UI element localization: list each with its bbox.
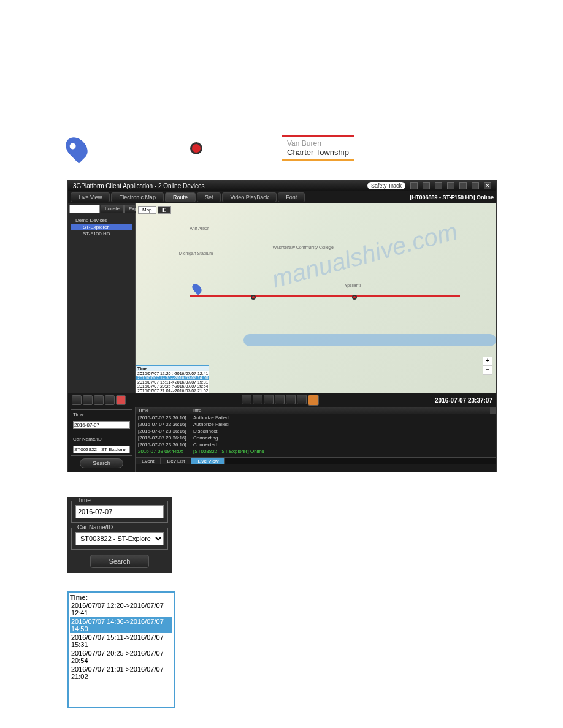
sidebar: Locate Expand Demo Devices ST-Explorer S… xyxy=(68,203,136,393)
tab-route[interactable]: Route xyxy=(165,192,196,202)
bottom-panel: Time Car Name/ID Search Time Info [2016-… xyxy=(68,407,496,472)
map-type-button[interactable]: Map xyxy=(138,206,156,214)
log-row: 2016-07-08 09:43:42[HT006889 - ST-F150 H… xyxy=(136,455,496,457)
tree-root[interactable]: Demo Devices xyxy=(71,217,132,224)
car-select-detail[interactable]: ST003822 - ST-Explorer xyxy=(75,532,164,545)
icon-examples-row: Van Buren Charter Township xyxy=(67,135,496,161)
log-row: [2016-07-07 23:36:16]Authorize Failed xyxy=(136,421,496,428)
tool-button[interactable] xyxy=(264,395,274,404)
time-segments-detail: Time: 2016/07/07 12:20->2016/07/07 12:41… xyxy=(67,591,175,708)
device-status: [HT006889 - ST-F150 HD] Online xyxy=(410,194,494,200)
time-segment-row[interactable]: 2016/07/07 20:25->2016/07/07 20:54 xyxy=(70,649,172,665)
scrollbar[interactable] xyxy=(490,407,496,414)
safety-badge: Safety Track xyxy=(367,182,405,189)
close-icon[interactable]: ✕ xyxy=(484,182,491,189)
app-title: 3GPlatform Client Application - 2 Online… xyxy=(73,183,205,189)
route-line xyxy=(190,295,460,297)
car-field-group: Car Name/ID xyxy=(71,434,132,456)
zoom-out-button[interactable]: − xyxy=(483,366,492,374)
main-tabs: Live View Electronic Map Route Set Video… xyxy=(68,191,496,203)
time-segment-row[interactable]: 2016/07/07 15:11->2016/07/07 15:31 xyxy=(70,633,172,649)
log-row: [2016-07-07 23:36:16]Connecting xyxy=(136,434,496,441)
tool-button[interactable] xyxy=(242,395,251,404)
tool-button[interactable] xyxy=(116,395,126,405)
log-row: 2016-07-08 09:44:05[ST003822 - ST-Explor… xyxy=(136,448,496,455)
log-row: [2016-07-07 23:36:16]Disconnect xyxy=(136,428,496,434)
window-button[interactable] xyxy=(435,182,442,189)
tab-videoplayback[interactable]: Video PlayBack xyxy=(222,192,277,202)
zoom-in-button[interactable]: + xyxy=(483,357,492,366)
route-point-icon xyxy=(104,142,202,154)
time-input-detail[interactable] xyxy=(75,505,164,518)
time-segment[interactable]: 2016/07/07 12:20->2016/07/07 12:41 xyxy=(136,371,209,376)
locate-button[interactable]: Locate xyxy=(101,205,124,213)
tab-liveview[interactable]: Live View xyxy=(71,192,110,202)
tool-button[interactable] xyxy=(253,395,262,404)
window-button[interactable] xyxy=(423,182,430,189)
log-tab-event[interactable]: Event xyxy=(136,458,161,464)
log-header-time: Time xyxy=(136,407,191,414)
minimize-icon[interactable] xyxy=(459,182,467,189)
log-header-info: Info xyxy=(191,407,490,414)
log-row: [2016-07-07 23:36:16]Authorize Failed xyxy=(136,414,496,421)
township-line1: Van Buren xyxy=(287,139,349,148)
playback-toolbar: 2016-07-07 23:37:07 xyxy=(68,393,496,407)
maximize-icon[interactable] xyxy=(472,182,479,189)
time-segment[interactable]: 2016/07/07 20:25->2016/07/07 20:54 xyxy=(136,384,209,389)
tab-electronicmap[interactable]: Electronic Map xyxy=(111,192,164,202)
play-button[interactable] xyxy=(308,395,319,406)
map-area[interactable]: Map ◧ Ann Arbor Ypsilanti Michigan Stadi… xyxy=(136,203,496,393)
tab-set[interactable]: Set xyxy=(197,192,221,202)
time-field-group: Time xyxy=(71,409,132,431)
log-tab-liveview[interactable]: Live View xyxy=(191,458,225,464)
tree-device-f150[interactable]: ST-F150 HD xyxy=(71,230,132,237)
time-popup-header: Time: xyxy=(136,366,209,371)
log-area: Time Info [2016-07-07 23:36:16]Authorize… xyxy=(136,407,496,472)
map-start-pin-icon xyxy=(190,282,203,295)
window-button[interactable] xyxy=(447,182,454,189)
time-list-header: Time: xyxy=(70,594,172,601)
device-tree: Demo Devices ST-Explorer ST-F150 HD xyxy=(68,214,135,240)
tool-button[interactable] xyxy=(83,395,93,405)
map-river xyxy=(243,334,496,346)
watermark: manualshive.com xyxy=(269,217,460,293)
rewind-button[interactable] xyxy=(297,395,307,404)
time-segment-row[interactable]: 2016/07/07 14:36->2016/07/07 14:50 xyxy=(70,617,172,633)
time-segment-row[interactable]: 2016/07/07 21:01->2016/07/07 21:02 xyxy=(70,665,172,681)
tool-button[interactable] xyxy=(72,395,82,405)
log-row: [2016-07-07 23:36:16]Connected xyxy=(136,441,496,448)
search-button[interactable]: Search xyxy=(80,458,123,468)
time-segment-row[interactable]: 2016/07/07 12:20->2016/07/07 12:41 xyxy=(70,601,172,617)
route-point-icon xyxy=(352,295,357,300)
map-satellite-button[interactable]: ◧ xyxy=(158,206,171,214)
tab-font[interactable]: Font xyxy=(278,192,305,202)
tool-button[interactable] xyxy=(94,395,104,405)
window-button[interactable] xyxy=(410,182,418,189)
time-segment[interactable]: 2016/07/07 15:11->2016/07/07 15:31 xyxy=(136,380,209,384)
clock: 2016-07-07 23:37:07 xyxy=(435,397,492,404)
titlebar: 3GPlatform Client Application - 2 Online… xyxy=(68,180,496,191)
time-input[interactable] xyxy=(73,421,130,429)
township-label-sample: Van Buren Charter Township xyxy=(282,135,354,161)
time-segment[interactable]: 2016/07/07 21:01->2016/07/07 21:02 xyxy=(136,389,209,393)
app-window: 3GPlatform Client Application - 2 Online… xyxy=(67,180,497,472)
time-segment[interactable]: 2016/07/07 14:36->2016/07/07 14:50 xyxy=(136,376,209,380)
map-pin-icon xyxy=(67,136,86,161)
log-tab-devlist[interactable]: Dev List xyxy=(161,458,191,464)
tool-button[interactable] xyxy=(275,395,285,404)
route-point-icon xyxy=(251,295,256,300)
tool-button[interactable] xyxy=(105,395,115,405)
car-select[interactable] xyxy=(73,446,130,453)
tool-button[interactable] xyxy=(286,395,296,404)
time-segments-popup: Time: 2016/07/07 12:20->2016/07/07 12:41… xyxy=(136,365,209,393)
search-panel-detail: Time Car Name/ID ST003822 - ST-Explorer … xyxy=(67,497,172,573)
sidebar-search-input[interactable] xyxy=(69,205,100,213)
zoom-control: + − xyxy=(483,357,492,375)
search-button-detail[interactable]: Search xyxy=(90,555,150,568)
tree-device-explorer[interactable]: ST-Explorer xyxy=(71,224,132,230)
